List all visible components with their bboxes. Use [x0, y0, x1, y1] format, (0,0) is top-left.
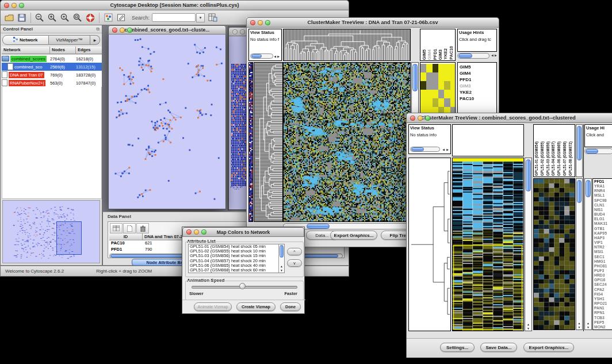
- scroll-arrows-icon[interactable]: ▲▼: [279, 265, 284, 273]
- scroll-left-icon[interactable]: ◀: [273, 55, 277, 58]
- gene-label[interactable]: HRD3: [594, 273, 612, 278]
- tv1-usage-hscrollbar[interactable]: [457, 53, 489, 59]
- gene-label[interactable]: MAK31: [594, 221, 612, 226]
- tv2-save-data-button[interactable]: Save Data...: [480, 343, 517, 352]
- network-row-combined-sco-selected[interactable]: combined_sco 2569(6) 13112(15): [2, 63, 102, 71]
- gene-label[interactable]: HMG1: [594, 259, 612, 264]
- close-button[interactable]: [4, 3, 9, 8]
- birdseye-viewport-rect[interactable]: [56, 221, 82, 255]
- zoom-out-icon[interactable]: [34, 12, 45, 24]
- close-button[interactable]: [250, 20, 255, 25]
- main-titlebar[interactable]: Cytoscape Desktop (Session Name: collins…: [0, 0, 349, 10]
- tab-more-arrow[interactable]: ▶: [90, 35, 100, 45]
- gene-label[interactable]: NIS1: [594, 208, 612, 212]
- gene-label[interactable]: MON2: [594, 325, 612, 329]
- move-up-button[interactable]: ^: [287, 248, 302, 255]
- tab-network[interactable]: Network: [2, 35, 49, 45]
- col-header-network[interactable]: Network: [2, 47, 50, 54]
- gene-label[interactable]: GIM4: [460, 70, 496, 76]
- gene-label[interactable]: PEP5: [594, 320, 612, 325]
- save-session-icon[interactable]: [16, 12, 28, 24]
- tv1-export-graphics-button[interactable]: Export Graphics...: [330, 231, 377, 240]
- scroll-left-icon[interactable]: ◀: [442, 148, 445, 151]
- gene-label[interactable]: VIP1: [594, 240, 612, 245]
- open-file-icon[interactable]: [3, 12, 15, 24]
- data-col-id[interactable]: ID: [109, 233, 143, 240]
- done-button[interactable]: Done: [280, 302, 301, 311]
- tv2-zoom-vscrollbar[interactable]: ▲▼: [576, 178, 583, 330]
- tv2-zoom-heatmap[interactable]: [533, 178, 575, 330]
- gene-label[interactable]: BUD4: [594, 212, 612, 217]
- close-button[interactable]: [186, 229, 192, 235]
- birdseye-view[interactable]: [2, 200, 100, 263]
- scroll-arrows-icon[interactable]: ▲▼: [585, 321, 591, 329]
- minimize-button[interactable]: [12, 3, 17, 8]
- speed-slider-thumb[interactable]: [239, 283, 246, 289]
- scroll-arrows-icon[interactable]: ▲▼: [576, 321, 582, 329]
- attribute-list-item[interactable]: GPL51-07 (GSM868) heat shock 60 min: [189, 268, 284, 273]
- tv1-row-dendrogram[interactable]: [254, 62, 283, 222]
- gene-label[interactable]: RPO21: [594, 301, 612, 306]
- tv2-row-dendrogram[interactable]: [408, 158, 451, 331]
- tv1-global-pixel-strip[interactable]: [248, 62, 253, 222]
- gene-label[interactable]: GIM3: [460, 83, 496, 89]
- select-attributes-icon[interactable]: [110, 223, 123, 233]
- gene-label[interactable]: PFD1: [594, 179, 612, 184]
- gene-label[interactable]: RPN1: [594, 311, 612, 315]
- help-ring-icon[interactable]: [85, 12, 96, 24]
- tv2-heatmap-vscrollbar[interactable]: ▲▼: [525, 158, 532, 331]
- col-header-edges[interactable]: Edges: [76, 47, 102, 54]
- plugin-icon[interactable]: [102, 12, 114, 24]
- search-dropdown-icon[interactable]: ▼: [196, 13, 205, 22]
- gene-label[interactable]: SEC1: [594, 255, 612, 259]
- create-vizmap-button[interactable]: Create Vizmap: [236, 302, 276, 311]
- scroll-right-icon[interactable]: ▶: [446, 148, 449, 151]
- tab-vizmapper[interactable]: VizMapper™: [49, 35, 90, 45]
- tv2-rowlabel-vscrollbar[interactable]: ▲▼: [584, 178, 592, 330]
- zoom-fit-icon[interactable]: [72, 12, 83, 24]
- search-input[interactable]: [152, 13, 196, 22]
- gene-label[interactable]: CPA2: [594, 288, 612, 292]
- network-row-rnapuber[interactable]: RNAPuberNov2+| 563(0) 107847(0): [2, 79, 102, 87]
- minimize-button[interactable]: [120, 28, 125, 33]
- gene-label[interactable]: PFD1: [460, 76, 496, 83]
- tv2-settings-button[interactable]: Settings...: [440, 343, 475, 352]
- attribute-list-vscrollbar[interactable]: ▲▼: [278, 244, 284, 273]
- zoom-button[interactable]: [127, 28, 132, 33]
- tv1-status-hscrollbar[interactable]: [250, 53, 273, 59]
- gene-label[interactable]: TCB3: [594, 316, 612, 320]
- gene-label[interactable]: ELG1: [594, 217, 612, 221]
- scroll-right-icon[interactable]: ▶: [277, 55, 280, 58]
- scroll-arrows-icon[interactable]: ▲▼: [525, 323, 531, 331]
- network-view-canvas[interactable]: [109, 35, 225, 208]
- tv1-heatmap[interactable]: [283, 62, 411, 222]
- gene-label[interactable]: GPI16: [594, 278, 612, 282]
- gene-label[interactable]: PHO81: [594, 264, 612, 269]
- minimize-button[interactable]: [194, 229, 199, 235]
- minimize-button[interactable]: [418, 116, 423, 121]
- animate-vizmap-button[interactable]: Animate Vizmap: [194, 302, 232, 311]
- network-row-dna-tran[interactable]: DNA and Tran 07 769(0) 183728(0): [2, 71, 102, 79]
- tv2-status-hscrollbar[interactable]: [410, 147, 440, 152]
- gene-label[interactable]: SEC24: [594, 282, 612, 287]
- minimize-button[interactable]: [258, 20, 263, 25]
- scroll-right-icon[interactable]: ▶: [494, 54, 498, 57]
- gene-label[interactable]: KAP95: [594, 231, 612, 236]
- gene-label[interactable]: YSH1: [594, 297, 612, 301]
- gene-label[interactable]: PAC10: [460, 95, 496, 102]
- gene-label[interactable]: YKE2: [460, 89, 496, 95]
- gene-label[interactable]: MSI1: [594, 250, 612, 254]
- gene-label[interactable]: GIM5: [460, 64, 496, 70]
- zoom-button[interactable]: [19, 3, 24, 8]
- attribute-listbox[interactable]: GPL51-01 (GSM854) heat shock 05 minGPL51…: [188, 244, 285, 273]
- new-attribute-icon[interactable]: [123, 223, 136, 233]
- gene-label[interactable]: HAP3: [594, 236, 612, 240]
- network-window-1[interactable]: combined_scores_good.txt--cluste...: [108, 25, 226, 209]
- close-button[interactable]: [232, 29, 238, 35]
- window-controls[interactable]: [4, 3, 24, 8]
- gene-label[interactable]: NTR2: [594, 245, 612, 250]
- gene-label[interactable]: SPC98: [594, 198, 612, 203]
- tv2-collabel-vscrollbar[interactable]: [576, 124, 583, 177]
- tv2-heatmap[interactable]: [452, 158, 524, 331]
- attribute-browser-icon[interactable]: [207, 12, 219, 24]
